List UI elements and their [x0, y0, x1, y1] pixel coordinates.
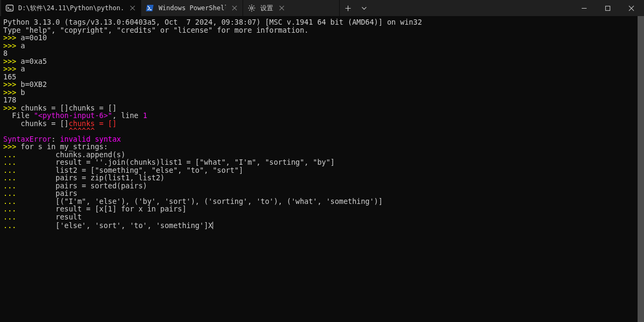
scrollbar-thumb[interactable]: [638, 16, 644, 322]
svg-line-10: [254, 5, 254, 6]
terminal-line: >>> a=0o10: [3, 34, 641, 42]
terminal-line: ... result = [x[1] for x in pairs]: [3, 205, 641, 213]
terminal-line: ... pairs = sorted(pairs): [3, 182, 641, 190]
svg-rect-0: [6, 5, 13, 11]
scrollbar-track[interactable]: [638, 16, 644, 322]
terminal-line: ^^^^^^: [3, 127, 641, 135]
terminal-line: chunks = []chunks = []: [3, 120, 641, 128]
close-icon[interactable]: [277, 4, 286, 12]
tab-label: 设置: [260, 4, 273, 13]
settings-icon: [247, 4, 256, 12]
terminal-line: ... chunks.append(s): [3, 151, 641, 159]
terminal-line: ... [("I'm", 'else'), ('by', 'sort'), ('…: [3, 197, 641, 206]
terminal-line: ... list2 = ["something", "else", "to", …: [3, 166, 641, 174]
terminal-line: >>> a: [3, 42, 641, 50]
terminal-line: ... result: [3, 213, 641, 221]
terminal-line: ... pairs = zip(list1, list2): [3, 174, 641, 182]
terminal-line: SyntaxError: invalid syntax: [3, 135, 641, 143]
terminal-line: >>> b: [3, 89, 641, 97]
terminal-line: 8: [3, 49, 641, 57]
terminal-line: ... pairs: [3, 189, 641, 197]
terminal-output[interactable]: Python 3.13.0 (tags/v3.13.0:60403a5, Oct…: [0, 16, 644, 231]
close-icon[interactable]: [128, 4, 137, 12]
new-tab-button[interactable]: [340, 0, 356, 16]
terminal-line: Type "help", "copyright", "credits" or "…: [3, 26, 641, 34]
terminal-icon: [5, 4, 14, 12]
minimize-button[interactable]: [572, 0, 596, 16]
terminal-line: >>> for s in my_strings:: [3, 143, 641, 151]
title-bar: D:\软件\24.11\Python\python. Windows Power…: [0, 0, 644, 16]
terminal-line: >>> a=0xa5: [3, 57, 641, 65]
window-close-button[interactable]: [619, 0, 643, 16]
window-controls: [572, 0, 643, 16]
tab-label: Windows PowerShell: [158, 4, 226, 12]
tab-settings[interactable]: 设置: [243, 0, 340, 16]
terminal-line: 178: [3, 96, 641, 104]
tab-label: D:\软件\24.11\Python\python.: [18, 4, 124, 13]
terminal-line: >>> b=0XB2: [3, 80, 641, 89]
text-cursor: [213, 222, 213, 229]
terminal-line: >>> chunks = []chunks = []: [3, 104, 641, 112]
close-icon[interactable]: [230, 4, 238, 12]
powershell-icon: [145, 4, 154, 12]
svg-point-3: [251, 7, 253, 9]
terminal-line: Python 3.13.0 (tags/v3.13.0:60403a5, Oct…: [3, 18, 641, 26]
terminal-line: 165: [3, 73, 641, 81]
tab-strip: D:\软件\24.11\Python\python. Windows Power…: [1, 0, 372, 16]
maximize-button[interactable]: [596, 0, 619, 16]
terminal-line: ... ['else', 'sort', 'to', 'something']X: [3, 221, 641, 229]
svg-line-11: [250, 10, 250, 10]
terminal-line: File "<python-input-6>", line 1: [3, 112, 641, 120]
tab-dropdown-button[interactable]: [356, 0, 372, 16]
terminal-line: >>> a: [3, 65, 641, 73]
tab-powershell[interactable]: Windows PowerShell: [141, 0, 243, 16]
svg-rect-13: [605, 6, 610, 10]
terminal-pane[interactable]: Python 3.13.0 (tags/v3.13.0:60403a5, Oct…: [0, 16, 644, 322]
svg-line-8: [250, 5, 250, 6]
tab-python[interactable]: D:\软件\24.11\Python\python.: [1, 0, 141, 16]
terminal-line: ... result = ''.join(chunks)list1 = ["wh…: [3, 158, 641, 166]
svg-line-9: [254, 10, 254, 10]
